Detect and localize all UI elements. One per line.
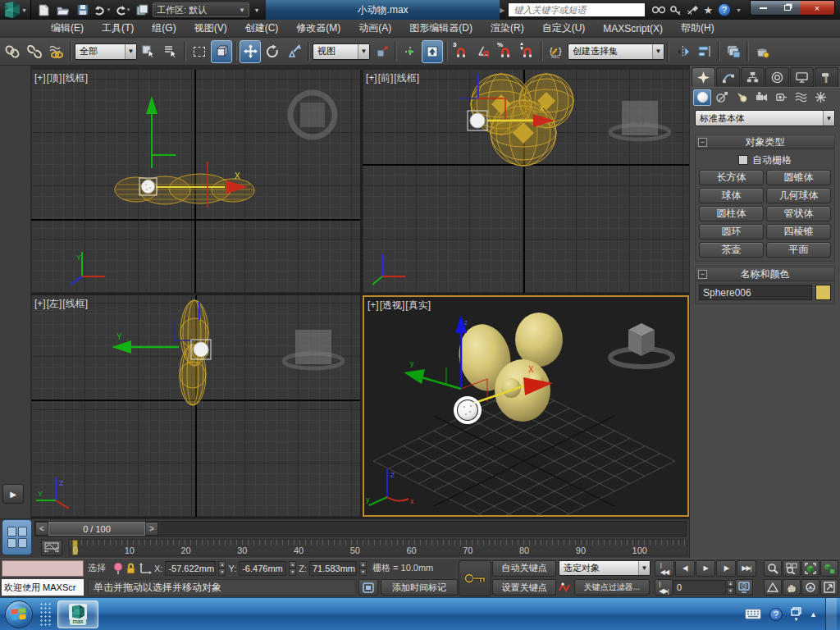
- select-and-manipulate-button[interactable]: [399, 40, 421, 63]
- cylinder-button[interactable]: 圆柱体: [699, 206, 764, 221]
- auto-key-button[interactable]: 自动关键点: [492, 560, 556, 577]
- menu-edit[interactable]: 编辑(E): [43, 20, 92, 37]
- rectangular-selection-region-button[interactable]: [189, 40, 210, 63]
- viewport-menu-plus[interactable]: [+]: [34, 72, 46, 84]
- zoom-extents-button[interactable]: [801, 560, 819, 577]
- mini-curve-editor-button[interactable]: [41, 540, 62, 556]
- selected-objects-dropdown[interactable]: 选定对象 ▼: [559, 560, 651, 576]
- select-by-name-button[interactable]: [160, 40, 181, 63]
- sphere-ear-right[interactable]: [515, 313, 563, 367]
- spinner-snap-toggle-button[interactable]: ▲▼: [517, 40, 538, 63]
- menu-maxscript[interactable]: MAXScript(X): [595, 21, 671, 36]
- close-button[interactable]: ×: [800, 1, 834, 15]
- viewport-front[interactable]: [+][前][线框] 前: [363, 70, 689, 293]
- selected-sphere[interactable]: [194, 342, 208, 357]
- viewport-menu-plus[interactable]: [+]: [368, 299, 379, 311]
- selection-lock-icon[interactable]: [126, 562, 136, 574]
- menu-group[interactable]: 组(G): [144, 20, 184, 37]
- zoom-all-button[interactable]: [783, 560, 801, 577]
- time-slider-handle[interactable]: 0 / 100: [48, 522, 145, 536]
- tab-utilities[interactable]: [815, 67, 838, 87]
- workspace-dropdown[interactable]: 工作区: 默认 ▼: [153, 2, 249, 17]
- gizmo-y-arrow[interactable]: [404, 369, 425, 384]
- keyboard-shortcut-override-toggle[interactable]: [422, 40, 443, 63]
- subscription-key-icon[interactable]: [670, 5, 682, 16]
- select-and-scale-button[interactable]: [284, 40, 305, 63]
- new-file-button[interactable]: [34, 2, 52, 18]
- menu-modifiers[interactable]: 修改器(M): [288, 20, 349, 37]
- plane-button[interactable]: 平面: [766, 242, 831, 258]
- select-and-link-button[interactable]: [2, 40, 23, 63]
- x-coordinate-field[interactable]: -57.622mm: [165, 561, 216, 576]
- layer-manager-button[interactable]: [723, 40, 744, 63]
- viewport-menu-shading[interactable]: [真实]: [405, 299, 431, 311]
- tab-create[interactable]: [692, 67, 715, 87]
- go-to-end-button[interactable]: ▶▶|: [737, 560, 756, 577]
- viewport-menu-view[interactable]: [前]: [378, 72, 394, 84]
- tab-modify[interactable]: [716, 67, 740, 87]
- favorites-star-icon[interactable]: ★: [703, 4, 713, 16]
- select-and-rotate-button[interactable]: [262, 40, 283, 63]
- viewport-menu-shading[interactable]: [线框]: [394, 72, 419, 84]
- category-systems[interactable]: [811, 89, 829, 106]
- window-crossing-toggle[interactable]: [211, 40, 232, 63]
- help-caret[interactable]: ▼: [736, 7, 742, 13]
- search-binoculars-icon[interactable]: [652, 5, 665, 15]
- geosphere-button[interactable]: 几何球体: [766, 188, 831, 203]
- viewport-menu-plus[interactable]: [+]: [366, 72, 377, 84]
- snap-toggle-3d-button[interactable]: 3: [450, 40, 472, 63]
- menu-create[interactable]: 创建(C): [237, 20, 287, 37]
- tube-button[interactable]: 管状体: [766, 206, 831, 221]
- maximize-viewport-toggle[interactable]: [820, 579, 838, 596]
- object-name-field[interactable]: Sphere006: [699, 285, 812, 300]
- cone-button[interactable]: 圆锥体: [766, 170, 831, 185]
- primitive-category-dropdown[interactable]: 标准基本体 ▼: [695, 110, 835, 126]
- set-keys-button[interactable]: [459, 560, 491, 596]
- pan-view-button[interactable]: [783, 579, 801, 596]
- minimize-button[interactable]: [751, 1, 775, 15]
- maxscript-mini-listener[interactable]: [2, 560, 84, 577]
- zoom-button[interactable]: [764, 560, 782, 577]
- viewcube-face[interactable]: [300, 103, 325, 127]
- category-space-warps[interactable]: [792, 89, 810, 106]
- category-cameras[interactable]: [752, 89, 770, 106]
- viewcube[interactable]: [610, 323, 673, 367]
- angle-snap-toggle-button[interactable]: [472, 40, 494, 63]
- track-bar[interactable]: 0 10 20 30 40 50 60 70 80 90 100: [69, 539, 687, 556]
- tray-help-icon[interactable]: ?: [769, 608, 783, 621]
- x-spinner[interactable]: ▲▼: [218, 561, 226, 576]
- key-filters-button[interactable]: 关键点过滤器...: [574, 579, 650, 596]
- z-coordinate-field[interactable]: 71.583mm: [309, 561, 357, 576]
- orbit-button[interactable]: [801, 579, 819, 596]
- save-file-button[interactable]: [74, 2, 92, 18]
- viewport-layout-tabs-button[interactable]: [2, 519, 32, 555]
- viewport-menu-plus[interactable]: [+]: [34, 298, 46, 309]
- zoom-extents-all-button[interactable]: [820, 560, 838, 577]
- select-object-button[interactable]: [138, 40, 159, 63]
- viewport-menu-shading[interactable]: [线框]: [62, 72, 88, 84]
- tray-show-hidden-icons[interactable]: ▲: [810, 610, 817, 619]
- percent-snap-toggle-button[interactable]: %: [495, 40, 516, 63]
- play-button[interactable]: ▶: [696, 560, 715, 577]
- render-setup-button[interactable]: [751, 40, 773, 63]
- category-lights[interactable]: [733, 89, 751, 106]
- menu-views[interactable]: 视图(V): [186, 20, 235, 37]
- absolute-mode-icon[interactable]: [139, 563, 152, 574]
- go-to-start-button[interactable]: |◀◀: [655, 560, 674, 577]
- infocenter-arrow[interactable]: ▶: [500, 7, 504, 14]
- y-coordinate-field[interactable]: -6.476mm: [239, 561, 286, 576]
- viewport-menu-view[interactable]: [透视]: [380, 299, 405, 311]
- object-color-swatch[interactable]: [815, 285, 831, 300]
- name-color-rollout-header[interactable]: − 名称和颜色: [696, 267, 834, 281]
- tab-hierarchy[interactable]: [741, 67, 765, 87]
- viewcube-face[interactable]: [295, 330, 331, 364]
- viewport-left[interactable]: [+][左][线框]: [31, 295, 360, 517]
- menu-tools[interactable]: 工具(T): [94, 20, 142, 37]
- y-spinner[interactable]: ▲▼: [289, 561, 296, 576]
- set-key-button[interactable]: 设置关键点: [492, 579, 556, 596]
- viewport-menu-view[interactable]: [左]: [47, 298, 62, 309]
- viewport-top[interactable]: [+][顶][线框]: [31, 70, 360, 293]
- input-keyboard-tray-icon[interactable]: [745, 609, 761, 619]
- torus-button[interactable]: 圆环: [699, 224, 764, 240]
- pyramid-button[interactable]: 四棱锥: [766, 224, 831, 240]
